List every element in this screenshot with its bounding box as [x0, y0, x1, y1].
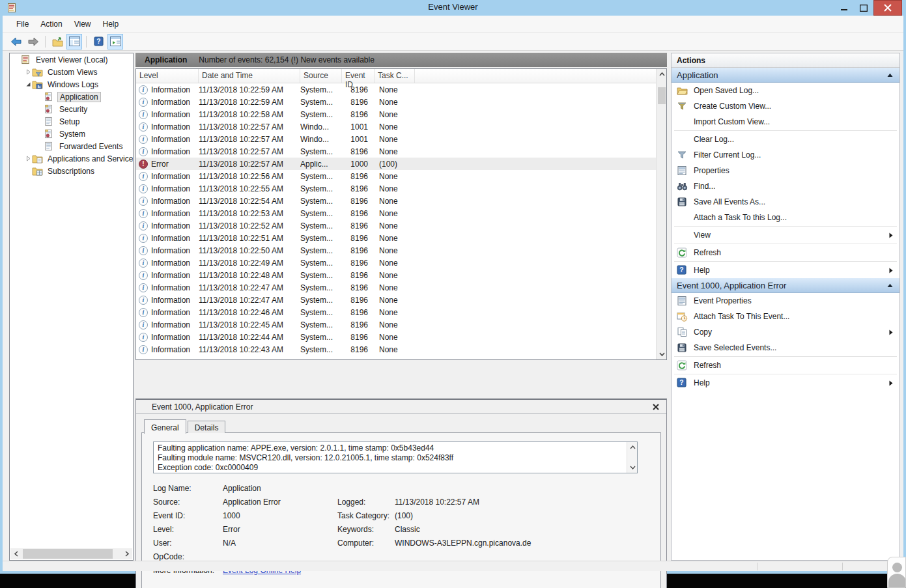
action-save-all-events-as[interactable]: Save All Events As...	[672, 194, 899, 210]
scroll-down-icon[interactable]	[627, 462, 638, 473]
help-button[interactable]: ?	[91, 34, 106, 49]
event-row[interactable]: iInformation11/13/2018 10:22:47 AMSystem…	[136, 281, 666, 294]
console-tree-button[interactable]	[66, 34, 82, 49]
action-properties[interactable]: Properties	[672, 163, 899, 178]
action-attach-task-to-this-event[interactable]: Attach Task To This Event...	[672, 309, 899, 324]
event-row[interactable]: iInformation11/13/2018 10:22:57 AMWindo.…	[136, 120, 666, 133]
action-refresh[interactable]: Refresh	[672, 357, 899, 373]
tree-item-forwarded-events[interactable]: Forwarded Events	[10, 140, 133, 152]
action-pane-button[interactable]	[107, 34, 123, 49]
tree-item-system[interactable]: System	[10, 128, 133, 140]
event-row[interactable]: iInformation11/13/2018 10:22:43 AMSystem…	[136, 343, 666, 356]
scroll-left-icon[interactable]	[10, 548, 21, 559]
event-row[interactable]: iInformation11/13/2018 10:22:50 AMSystem…	[136, 244, 666, 257]
event-level-cell: iInformation	[136, 234, 199, 243]
tab-general[interactable]: General	[144, 419, 186, 434]
column-header-source[interactable]: Source	[300, 69, 342, 83]
events-vertical-scrollbar[interactable]	[656, 69, 666, 359]
events-scroll-thumb[interactable]	[658, 87, 666, 104]
tree-item-setup[interactable]: Setup	[10, 115, 133, 128]
expand-arrow-icon[interactable]	[24, 68, 32, 76]
event-row[interactable]: iInformation11/13/2018 10:22:44 AMSystem…	[136, 331, 666, 343]
menu-file[interactable]: File	[10, 17, 35, 31]
event-row[interactable]: iInformation11/13/2018 10:22:51 AMSystem…	[136, 232, 666, 244]
column-header-task-c[interactable]: Task C...	[375, 69, 415, 83]
event-row[interactable]: iInformation11/13/2018 10:22:57 AMWindo.…	[136, 133, 666, 145]
section-header-label: Event 1000, Application Error	[677, 281, 887, 290]
event-row[interactable]: iInformation11/13/2018 10:22:45 AMSystem…	[136, 318, 666, 331]
action-refresh[interactable]: Refresh	[672, 245, 899, 260]
event-row[interactable]: iInformation11/13/2018 10:22:54 AMSystem…	[136, 195, 666, 207]
information-icon: i	[139, 85, 148, 94]
scroll-right-icon[interactable]	[121, 548, 132, 559]
scroll-up-icon[interactable]	[657, 69, 667, 79]
export-folder-button[interactable]	[50, 34, 65, 49]
event-row[interactable]: iInformation11/13/2018 10:22:58 AMSystem…	[136, 108, 666, 120]
menu-view[interactable]: View	[68, 17, 97, 31]
action-help[interactable]: ?Help	[672, 262, 899, 278]
event-row[interactable]: iInformation11/13/2018 10:22:46 AMSystem…	[136, 306, 666, 318]
tree-item-custom-views[interactable]: Custom Views	[10, 66, 133, 78]
event-source: System...	[300, 333, 342, 342]
forward-button[interactable]	[25, 34, 41, 49]
event-row[interactable]: iInformation11/13/2018 10:22:59 AMSystem…	[136, 96, 666, 108]
minimize-button[interactable]	[834, 1, 854, 15]
event-row[interactable]: iInformation11/13/2018 10:22:49 AMSystem…	[136, 257, 666, 269]
collapse-arrow-icon[interactable]	[24, 81, 32, 89]
action-view[interactable]: View	[672, 227, 899, 243]
menu-help[interactable]: Help	[97, 17, 125, 31]
tree-item-security[interactable]: Security	[10, 103, 133, 115]
tree-item-subscriptions[interactable]: Subscriptions	[10, 165, 133, 177]
actions-section-header-application[interactable]: Application	[672, 68, 899, 83]
event-id: 8196	[342, 221, 375, 231]
column-header-level[interactable]: Level	[136, 69, 199, 83]
column-header-date-and-time[interactable]: Date and Time	[199, 69, 300, 83]
action-clear-log[interactable]: Clear Log...	[672, 132, 899, 147]
tree-item-windows-logs[interactable]: Windows Logs	[10, 78, 133, 91]
scroll-up-icon[interactable]	[627, 442, 638, 453]
field-value: Application	[223, 484, 337, 493]
menu-action[interactable]: Action	[35, 17, 68, 31]
action-label: Attach a Task To this Log...	[694, 213, 893, 222]
tree-hscroll-thumb[interactable]	[23, 549, 113, 559]
action-event-properties[interactable]: Event Properties	[672, 293, 899, 309]
action-create-custom-view[interactable]: Create Custom View...	[672, 98, 899, 114]
action-help[interactable]: ?Help	[672, 375, 899, 391]
collapse-section-icon[interactable]	[887, 73, 893, 77]
event-row[interactable]: iInformation11/13/2018 10:22:52 AMSystem…	[136, 219, 666, 232]
maximize-button[interactable]	[854, 1, 873, 15]
action-filter-current-log[interactable]: Filter Current Log...	[672, 147, 899, 163]
event-row[interactable]: iInformation11/13/2018 10:22:56 AMSystem…	[136, 170, 666, 182]
copy-icon	[677, 327, 688, 337]
event-row[interactable]: !Error11/13/2018 10:22:57 AMApplic...100…	[136, 158, 666, 170]
tree-horizontal-scrollbar[interactable]	[10, 548, 132, 559]
action-label: Help	[694, 378, 889, 387]
expand-arrow-icon[interactable]	[24, 155, 32, 163]
event-row[interactable]: iInformation11/13/2018 10:22:48 AMSystem…	[136, 269, 666, 281]
tree-item-event-viewer-local[interactable]: Event Viewer (Local)	[10, 53, 133, 66]
action-find[interactable]: Find...	[672, 178, 899, 194]
tab-details[interactable]: Details	[188, 421, 226, 433]
back-button[interactable]	[8, 34, 24, 49]
action-open-saved-log[interactable]: Open Saved Log...	[672, 83, 899, 98]
description-scrollbar[interactable]	[627, 442, 637, 473]
collapse-section-icon[interactable]	[887, 283, 893, 288]
preview-close-icon[interactable]	[651, 402, 661, 412]
close-button[interactable]	[873, 0, 902, 16]
action-import-custom-view[interactable]: Import Custom View...	[672, 114, 899, 130]
column-header-event-id[interactable]: Event ID	[342, 69, 375, 83]
title-bar[interactable]: Event Viewer	[0, 0, 906, 16]
scroll-down-icon[interactable]	[657, 349, 667, 359]
action-copy[interactable]: Copy	[672, 324, 899, 340]
action-save-selected-events[interactable]: Save Selected Events...	[672, 340, 899, 356]
event-row[interactable]: iInformation11/13/2018 10:22:53 AMSystem…	[136, 207, 666, 219]
tree-item-applications-and-services-lo[interactable]: Applications and Services Lo	[10, 152, 133, 165]
event-row[interactable]: iInformation11/13/2018 10:22:59 AMSystem…	[136, 83, 666, 96]
event-row[interactable]: iInformation11/13/2018 10:22:55 AMSystem…	[136, 182, 666, 195]
event-row[interactable]: iInformation11/13/2018 10:22:47 AMSystem…	[136, 294, 666, 306]
actions-section-header-event-1000-application-error[interactable]: Event 1000, Application Error	[672, 278, 899, 293]
action-attach-a-task-to-this-log[interactable]: Attach a Task To this Log...	[672, 210, 899, 225]
event-row[interactable]: iInformation11/13/2018 10:22:57 AMSystem…	[136, 145, 666, 158]
tree-item-application[interactable]: Application	[10, 91, 133, 103]
tree-hscroll-track[interactable]	[21, 548, 121, 559]
